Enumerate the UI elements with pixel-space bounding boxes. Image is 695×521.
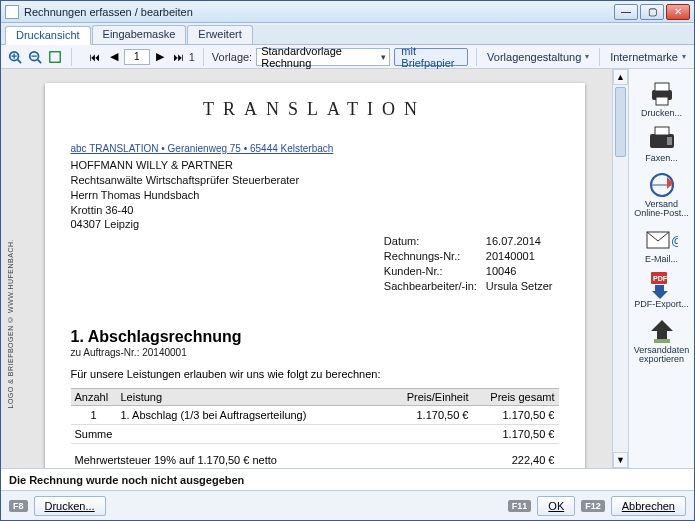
next-page-icon[interactable]: ▶ <box>151 48 169 66</box>
separator <box>203 48 204 66</box>
recipient-address: HOFFMANN WILLY & PARTNER Rechtsanwälte W… <box>71 158 559 232</box>
meta-clerk: Ursula Setzer <box>486 280 557 293</box>
meta-date: 16.07.2014 <box>486 235 557 248</box>
credits-sidenote: LOGO & BRIEFBOGEN © WWW.HUFENBACH. <box>7 239 14 408</box>
cell-desc: 1. Abschlag (1/3 bei Auftragserteilung) <box>117 406 387 425</box>
svg-rect-19 <box>654 339 670 343</box>
vat-value: 222,40 € <box>512 454 555 466</box>
doc-meta: Datum:16.07.2014 Rechnungs-Nr.:20140001 … <box>382 233 559 295</box>
col-desc: Leistung <box>117 389 387 406</box>
meta-date-label: Datum: <box>384 235 484 248</box>
scroll-track[interactable] <box>613 85 628 452</box>
tab-form[interactable]: Eingabemaske <box>92 25 187 44</box>
template-select[interactable]: Standardvorlage Rechnung <box>256 48 390 66</box>
f8-key: F8 <box>9 500 28 512</box>
ok-button[interactable]: OK <box>537 496 575 516</box>
vertical-scrollbar[interactable]: ▲ ▼ <box>612 69 628 468</box>
close-button[interactable]: ✕ <box>666 4 690 20</box>
first-page-icon[interactable]: ⏮ <box>86 48 104 66</box>
titlebar: Rechnungen erfassen / bearbeiten — ▢ ✕ <box>1 1 694 23</box>
meta-custno-label: Kunden-Nr.: <box>384 265 484 278</box>
body: LOGO & BRIEFBOGEN © WWW.HUFENBACH. TRANS… <box>1 69 694 468</box>
action-email[interactable]: @ E-Mail... <box>632 225 692 264</box>
fax-icon <box>645 124 679 154</box>
cell-unit: 1.170,50 € <box>387 406 473 425</box>
zoom-out-icon[interactable] <box>27 48 43 66</box>
footer: F8 Drucken... F11 OK F12 Abbrechen <box>1 490 694 520</box>
preview-area: LOGO & BRIEFBOGEN © WWW.HUFENBACH. TRANS… <box>1 69 612 468</box>
action-print[interactable]: Drucken... <box>632 79 692 118</box>
minimize-button[interactable]: — <box>614 4 638 20</box>
page-total: 1 <box>189 51 195 63</box>
col-unit: Preis/Einheit <box>387 389 473 406</box>
layout-menu[interactable]: Vorlagengestaltung <box>485 51 591 63</box>
maximize-button[interactable]: ▢ <box>640 4 664 20</box>
tabs: Druckansicht Eingabemaske Erweitert <box>1 25 694 45</box>
export-icon <box>645 316 679 346</box>
intro-text: Für unsere Leistungen erlauben wir uns w… <box>71 368 559 380</box>
scroll-down-icon[interactable]: ▼ <box>613 452 628 468</box>
action-export[interactable]: Versanddaten exportieren <box>632 316 692 365</box>
svg-line-5 <box>38 59 42 63</box>
svg-text:@: @ <box>671 233 678 248</box>
f12-key: F12 <box>581 500 605 512</box>
app-icon <box>5 5 19 19</box>
doc-subtitle: zu Auftrags-Nr.: 20140001 <box>71 347 559 358</box>
ok-button-label: OK <box>548 500 564 512</box>
svg-rect-13 <box>667 137 672 145</box>
scroll-thumb[interactable] <box>615 87 626 157</box>
action-print-label: Drucken... <box>641 109 682 118</box>
page-input[interactable] <box>124 49 150 65</box>
prev-page-icon[interactable]: ◀ <box>105 48 123 66</box>
vat-text: Mehrwertsteuer 19% auf 1.170,50 € netto <box>75 454 277 466</box>
last-page-icon[interactable]: ⏭ <box>170 48 188 66</box>
stamp-menu[interactable]: Internetmarke <box>608 51 688 63</box>
meta-clerk-label: Sachbearbeiter/-in: <box>384 280 484 293</box>
sum-row: Summe 1.170,50 € <box>71 425 559 444</box>
cancel-button-label: Abbrechen <box>622 500 675 512</box>
document-page: TRANSLATION abc TRANSLATION • Geranienwe… <box>45 83 585 468</box>
letterhead-toggle[interactable]: mit Briefpapier <box>394 48 468 66</box>
zoom-fit-icon[interactable] <box>47 48 63 66</box>
action-post[interactable]: Versand Online-Post... <box>632 170 692 219</box>
addr-city: 04307 Leipzig <box>71 217 559 232</box>
cell-qty: 1 <box>71 406 117 425</box>
tab-preview[interactable]: Druckansicht <box>5 26 91 45</box>
printer-icon <box>645 79 679 109</box>
vat-row: Mehrwertsteuer 19% auf 1.170,50 € netto … <box>71 454 559 466</box>
action-fax[interactable]: Faxen... <box>632 124 692 163</box>
action-email-label: E-Mail... <box>645 255 678 264</box>
svg-rect-12 <box>655 127 669 135</box>
zoom-in-icon[interactable] <box>7 48 23 66</box>
separator <box>71 48 72 66</box>
cancel-button[interactable]: Abbrechen <box>611 496 686 516</box>
doc-title: 1. Abschlagsrechnung <box>71 328 559 346</box>
col-total: Preis gesamt <box>473 389 559 406</box>
items-table: Anzahl Leistung Preis/Einheit Preis gesa… <box>71 388 559 444</box>
email-icon: @ <box>645 225 679 255</box>
sum-value: 1.170,50 € <box>473 425 559 444</box>
separator <box>476 48 477 66</box>
col-qty: Anzahl <box>71 389 117 406</box>
scroll-up-icon[interactable]: ▲ <box>613 69 628 85</box>
page-nav: ⏮ ◀ ▶ ⏭ 1 <box>86 48 195 66</box>
status-bar: Die Rechnung wurde noch nicht ausgegeben <box>1 468 694 490</box>
action-fax-label: Faxen... <box>645 154 678 163</box>
action-post-label: Versand Online-Post... <box>632 200 692 219</box>
status-text: Die Rechnung wurde noch nicht ausgegeben <box>9 474 244 486</box>
sender-line: abc TRANSLATION • Geranienweg 75 • 65444… <box>71 143 334 154</box>
svg-text:PDF: PDF <box>653 275 668 282</box>
addr-name: HOFFMANN WILLY & PARTNER <box>71 158 559 173</box>
pdf-icon: PDF <box>645 270 679 300</box>
template-label: Vorlage: <box>212 51 252 63</box>
addr-person: Herrn Thomas Hundsbach <box>71 188 559 203</box>
separator <box>599 48 600 66</box>
window-title: Rechnungen erfassen / bearbeiten <box>24 6 614 18</box>
brand-header: TRANSLATION <box>71 99 559 120</box>
f11-key: F11 <box>508 500 532 512</box>
print-button[interactable]: Drucken... <box>34 496 106 516</box>
action-sidebar: Drucken... Faxen... Versand Online-Post.… <box>628 69 694 468</box>
meta-invno: 20140001 <box>486 250 557 263</box>
tab-extended[interactable]: Erweitert <box>187 25 252 44</box>
action-pdf[interactable]: PDF PDF-Export... <box>632 270 692 309</box>
